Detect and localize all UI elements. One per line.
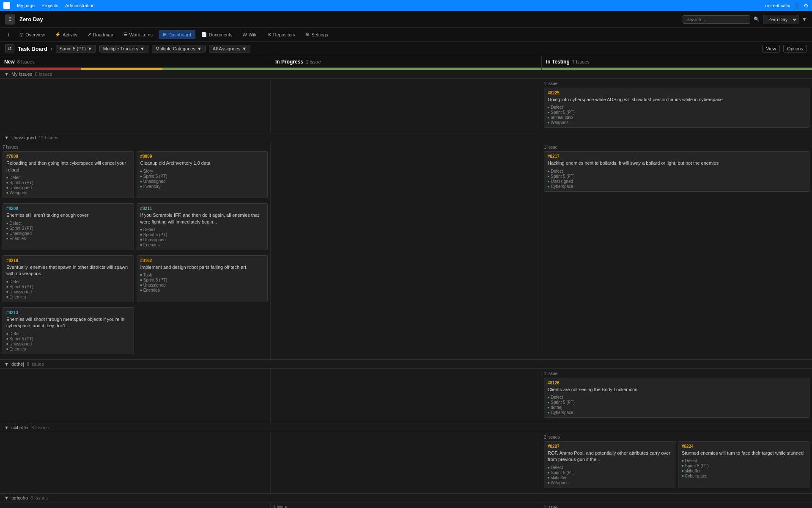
card-8224[interactable]: #8224 Stunned enemies will turn to face … — [678, 441, 809, 488]
app-logo: Z — [5, 14, 15, 25]
section-ddthej: ▼ ddthej 8 Issues 1 Issue #8126 Clients … — [0, 360, 812, 423]
issue-id-8211: #8211 — [140, 206, 264, 211]
section-header-skihoffer[interactable]: ▼ skihoffer 8 Issues — [0, 423, 812, 432]
tab-wiki[interactable]: W Wiki — [238, 30, 261, 39]
tab-dashboard[interactable]: ⊞ Dashboard — [159, 30, 195, 39]
project-selector[interactable]: Zero Day — [763, 15, 798, 24]
card-8211[interactable]: #8211 If you Scramble IFF, and then do i… — [137, 203, 268, 250]
topbar-projects[interactable]: Projects — [41, 3, 58, 8]
my-issues-inprogress — [271, 79, 541, 133]
issue-id-8213: #8213 — [6, 310, 130, 315]
view-button[interactable]: View — [762, 45, 780, 52]
tab-settings[interactable]: ⚙ Settings — [301, 30, 332, 39]
refresh-button[interactable]: ↺ — [5, 44, 14, 53]
options-button[interactable]: Options — [783, 45, 807, 52]
search-input[interactable] — [683, 15, 750, 24]
card-7000[interactable]: #7000 Reloading and then going into cybe… — [3, 151, 134, 198]
issue-tags-8200: Defect Sprint 5 (PT) Unassigned Enemies — [6, 221, 130, 241]
issue-id-7000: #7000 — [6, 154, 130, 159]
board-area: New 8 Issues In Progress 1 Issue In Test… — [0, 56, 812, 508]
tab-activity[interactable]: ⚡ Activity — [51, 30, 82, 39]
board-title: Task Board — [18, 46, 47, 52]
issue-title-8211: If you Scramble IFF, and then do it agai… — [140, 212, 264, 225]
card-8218[interactable]: #8218 Eventually, enemies that spawn in … — [3, 255, 134, 302]
issue-id-8207: #8207 — [548, 444, 672, 449]
issue-title-8200: Enemies still aren't taking enough cover — [6, 212, 130, 218]
card-8217[interactable]: #8217 Hacking enemies next to bollards, … — [544, 151, 809, 191]
unassigned-new: 7 Issues #7000 Reloading and then going … — [0, 142, 271, 359]
topbar-administration[interactable]: Administration — [65, 3, 95, 8]
work-items-icon: ☰ — [123, 32, 128, 37]
breadcrumb-separator: › — [51, 46, 52, 51]
issue-tags-8225: Defect Sprint 5 (PT) unireal-calix Weapo… — [548, 105, 806, 125]
section-toggle-ddthej: ▼ — [4, 362, 9, 367]
issue-id-8009: #8009 — [140, 154, 264, 159]
card-8200[interactable]: #8200 Enemies still aren't taking enough… — [3, 203, 134, 250]
section-toggle-toricoho: ▼ — [4, 495, 9, 500]
tab-work-items[interactable]: ☰ Work Items — [119, 30, 157, 39]
tab-overview[interactable]: ◎ Overview — [15, 30, 49, 39]
section-header-toricoho[interactable]: ▼ toricoho 6 Issues — [0, 494, 812, 502]
card-8225[interactable]: #8225 Going into cyberspace while ADSing… — [544, 88, 809, 128]
ddthej-inprogress — [271, 369, 541, 423]
card-8207[interactable]: #8207 ROF, Ammo Pool, and potentially ot… — [544, 441, 675, 488]
topbar-user: unireal-calix — [765, 3, 790, 8]
toricoho-inprogress: 1 Issue #8223 Hacking with Scramble puts… — [271, 502, 541, 508]
issue-tags-8213: Defect Sprint 5 (PT) Unassigned Enemies — [6, 331, 130, 351]
issue-id-8218: #8218 — [6, 258, 130, 263]
nav-tabs: + ◎ Overview ⚡ Activity ↗ Roadmap ☰ Work… — [0, 28, 812, 41]
issue-tags-8224: Defect Sprint 5 (PT) skihoffer Cyberspac… — [682, 458, 806, 478]
tab-repository[interactable]: ⊙ Repository — [263, 30, 300, 39]
section-skihoffer: ▼ skihoffer 8 Issues 2 Issues #8207 ROF,… — [0, 423, 812, 494]
documents-icon: 📄 — [201, 32, 207, 37]
issue-title-8126: Clients are not seeing the Body Locker i… — [548, 387, 806, 393]
ddthej-new — [0, 369, 271, 423]
card-8009[interactable]: #8009 Cleanup old ArcInventory 1.0 data … — [137, 151, 268, 198]
issue-tags-8126: Defect Sprint 5 (PT) ddthej Cyberspace — [548, 395, 806, 415]
my-issues-intesting: 1 Issue #8225 Going into cyberspace whil… — [541, 79, 812, 133]
my-issues-intesting-count: 1 Issue — [544, 81, 809, 86]
card-8162[interactable]: #8162 Implement and design robot parts f… — [137, 255, 268, 302]
section-my-issues: ▼ My Issues 8 Issues 1 Issue #8225 Going… — [0, 70, 812, 133]
skihoffer-new — [0, 432, 271, 493]
app-title: Zero Day — [19, 16, 43, 22]
top-bar: My page Projects Administration unireal-… — [0, 0, 812, 11]
card-8213[interactable]: #8213 Enemies will shoot through meatspa… — [3, 307, 134, 354]
unassigned-intesting: 1 Issue #8217 Hacking enemies next to bo… — [541, 142, 812, 359]
section-toricoho-body: 1 Issue #8223 Hacking with Scramble puts… — [0, 502, 812, 508]
add-tab-button[interactable]: + — [3, 31, 14, 38]
issue-title-8218: Eventually, enemies that spawn in other … — [6, 264, 130, 277]
section-unassigned-body: 7 Issues #7000 Reloading and then going … — [0, 142, 812, 359]
skihoffer-inprogress — [271, 432, 541, 493]
wiki-icon: W — [242, 32, 247, 37]
progress-bars — [0, 68, 812, 70]
repository-icon: ⊙ — [268, 32, 272, 37]
user-icon[interactable]: 👤 — [793, 3, 800, 9]
search-icon[interactable]: 🔍 — [754, 17, 760, 22]
issue-id-8162: #8162 — [140, 258, 264, 263]
settings-icon: ⚙ — [305, 32, 310, 37]
tracker-filter[interactable]: Multiple Trackers ▼ — [99, 45, 148, 52]
sprint-filter[interactable]: Sprint 5 (PT) ▼ — [56, 45, 96, 52]
category-filter[interactable]: Multiple Categories ▼ — [152, 45, 206, 52]
section-header-ddthej[interactable]: ▼ ddthej 8 Issues — [0, 360, 812, 369]
column-header-intesting: In Testing 7 Issues — [541, 56, 812, 68]
unassigned-inprogress — [271, 142, 541, 359]
section-toricoho: ▼ toricoho 6 Issues 1 Issue #8223 Hackin… — [0, 494, 812, 508]
card-8126[interactable]: #8126 Clients are not seeing the Body Lo… — [544, 378, 809, 418]
issue-title-8162: Implement and design robot parts falling… — [140, 264, 264, 271]
assignee-filter[interactable]: All Assignees ▼ — [209, 45, 250, 52]
topbar-mypage[interactable]: My page — [17, 3, 35, 8]
issue-id-8225: #8225 — [548, 91, 806, 95]
column-header-new: New 8 Issues — [0, 56, 271, 68]
issue-tags-8217: Defect Sprint 5 (PT) Unassigned Cyberspa… — [548, 169, 806, 189]
settings-icon-top[interactable]: ⚙ — [804, 3, 809, 9]
tab-documents[interactable]: 📄 Documents — [197, 30, 237, 39]
tab-roadmap[interactable]: ↗ Roadmap — [83, 30, 118, 39]
board-actions: View Options — [762, 45, 807, 52]
section-header-my-issues[interactable]: ▼ My Issues 8 Issues — [0, 70, 812, 79]
section-header-unassigned[interactable]: ▼ Unassigned 12 Issues — [0, 133, 812, 142]
column-headers: New 8 Issues In Progress 1 Issue In Test… — [0, 56, 812, 68]
toricoho-intesting: 1 Issue #8219 Entering a district in cyb… — [541, 502, 812, 508]
overview-icon: ◎ — [19, 32, 24, 37]
